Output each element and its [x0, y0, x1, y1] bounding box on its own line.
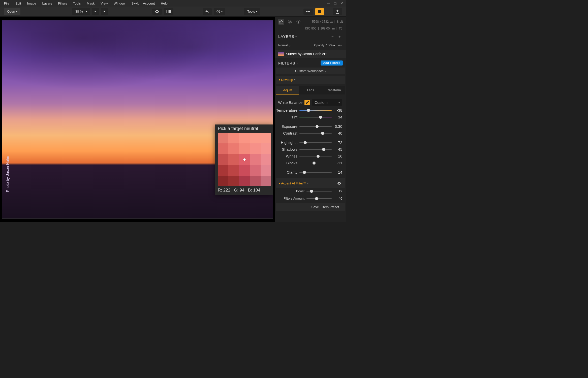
layers-icon[interactable]: [287, 19, 293, 25]
svg-rect-1: [169, 10, 171, 13]
tools-dropdown[interactable]: Tools ▾: [244, 8, 260, 15]
layer-item[interactable]: Sunset by Jason Hanh.cr2: [275, 50, 346, 58]
slider-label-contrast: Contrast: [276, 131, 297, 135]
slider-shadows[interactable]: [299, 149, 332, 150]
slider-clarity[interactable]: [299, 172, 332, 173]
close-icon[interactable]: ✕: [340, 1, 343, 5]
swatch[interactable]: [218, 176, 228, 186]
swatch[interactable]: [239, 154, 250, 165]
history-button[interactable]: ▾: [214, 8, 225, 15]
swatch[interactable]: [250, 133, 260, 143]
swatch[interactable]: [261, 154, 271, 165]
filters-header[interactable]: FILTERS▾ Add Filters: [275, 58, 346, 68]
swatch[interactable]: [261, 176, 271, 186]
slider-tint[interactable]: [299, 117, 332, 117]
preview-eye-button[interactable]: [152, 9, 162, 15]
slider-label-highlights: Highlights: [276, 140, 297, 145]
swatch[interactable]: [239, 143, 250, 154]
filters-amount-slider[interactable]: [306, 198, 332, 199]
swatch[interactable]: [239, 165, 250, 175]
slider-blacks[interactable]: [299, 163, 332, 163]
menu-mask[interactable]: Mask: [84, 1, 98, 6]
menu-file[interactable]: File: [1, 1, 12, 6]
zoom-dropdown[interactable]: 38 % ▾: [72, 8, 90, 15]
undo-button[interactable]: [203, 8, 212, 15]
layers-header[interactable]: LAYERS▾ − +: [275, 31, 346, 41]
filters-view-button[interactable]: [315, 8, 324, 15]
swatch[interactable]: [228, 143, 239, 154]
swatch[interactable]: [250, 176, 260, 186]
menu-skylum-account[interactable]: Skylum Account: [129, 1, 158, 6]
collapse-layers-icon[interactable]: −: [330, 33, 336, 39]
slider-label-clarity: Clarity: [276, 170, 297, 174]
swatch[interactable]: [228, 165, 239, 175]
layer-thumbnail: [278, 52, 284, 56]
swatch[interactable]: [218, 143, 228, 154]
tab-lens[interactable]: Lens: [299, 86, 322, 94]
blend-mode-dropdown[interactable]: Normal ◇: [278, 44, 291, 47]
slider-value-whites: 16: [334, 154, 342, 158]
swatch[interactable]: [250, 154, 260, 165]
add-layer-icon[interactable]: +: [337, 33, 343, 39]
accent-visibility-icon[interactable]: [336, 180, 342, 186]
boost-value: 19: [334, 189, 342, 193]
slider-highlights[interactable]: [299, 142, 332, 143]
menu-help[interactable]: Help: [158, 1, 171, 6]
swatch[interactable]: [218, 165, 228, 175]
tab-transform[interactable]: Transform: [322, 86, 345, 94]
zoom-out-button[interactable]: −: [92, 8, 99, 15]
histogram-icon[interactable]: [278, 19, 284, 25]
slider-value-tint: 34: [334, 115, 342, 119]
wb-mode-dropdown[interactable]: Custom▾: [312, 99, 342, 106]
add-filters-button[interactable]: Add Filters: [321, 60, 343, 66]
slider-contrast[interactable]: [299, 133, 332, 134]
menu-image[interactable]: Image: [24, 1, 39, 6]
menu-edit[interactable]: Edit: [12, 1, 24, 6]
swatch[interactable]: [228, 154, 239, 165]
filters-amount-value: 46: [334, 197, 342, 200]
swatch[interactable]: [218, 154, 228, 165]
swatch[interactable]: [261, 143, 271, 154]
svg-rect-5: [309, 11, 310, 12]
info-icon[interactable]: [295, 19, 301, 25]
boost-slider[interactable]: [306, 191, 332, 192]
menu-view[interactable]: View: [98, 1, 111, 6]
workspace-dropdown[interactable]: Custom Workspace ▾: [276, 68, 345, 74]
accent-ai-group[interactable]: ▾ Accent AI Filter™ ▾: [276, 178, 345, 188]
slider-whites[interactable]: [299, 156, 332, 156]
swatch[interactable]: [218, 133, 228, 143]
zoom-in-button[interactable]: +: [101, 8, 108, 15]
swatch[interactable]: [250, 165, 260, 175]
slider-label-exposure: Exposure: [276, 124, 297, 129]
menu-filters[interactable]: Filters: [55, 1, 70, 6]
open-button[interactable]: Open ▾: [4, 8, 20, 15]
slider-temperature[interactable]: [299, 110, 332, 111]
side-panel: 5598 x 3732 px | 8-bit ISO 800 | 109.00m…: [275, 17, 346, 222]
menu-tools[interactable]: Tools: [70, 1, 84, 6]
eyedropper-button[interactable]: [304, 100, 310, 105]
presets-view-button[interactable]: [303, 9, 313, 15]
compare-button[interactable]: [164, 8, 173, 15]
swatch[interactable]: [261, 133, 271, 143]
swatch[interactable]: [239, 176, 250, 186]
export-button[interactable]: [333, 8, 342, 15]
swatch[interactable]: [239, 133, 250, 143]
filters-amount-label: Filters Amount: [283, 197, 304, 200]
menu-window[interactable]: Window: [111, 1, 128, 6]
maximize-icon[interactable]: ◻: [334, 1, 337, 5]
canvas-area[interactable]: Photo by Jason Hahn Pick a target neutra…: [0, 17, 275, 222]
svg-point-7: [320, 11, 321, 12]
svg-point-8: [319, 12, 320, 13]
picker-swatches[interactable]: [218, 133, 271, 186]
develop-group[interactable]: ▾ Develop ▾: [276, 76, 345, 84]
swatch[interactable]: [228, 133, 239, 143]
swatch[interactable]: [228, 176, 239, 186]
tab-adjust[interactable]: Adjust: [276, 86, 299, 94]
swatch[interactable]: [261, 165, 271, 175]
layer-gear-icon[interactable]: ✲▾: [337, 42, 343, 48]
swatch[interactable]: [250, 143, 260, 154]
menu-layers[interactable]: Layers: [39, 1, 55, 6]
slider-exposure[interactable]: [299, 126, 332, 127]
minimize-icon[interactable]: —: [327, 1, 330, 5]
save-preset-button[interactable]: Save Filters Preset...: [276, 203, 345, 211]
